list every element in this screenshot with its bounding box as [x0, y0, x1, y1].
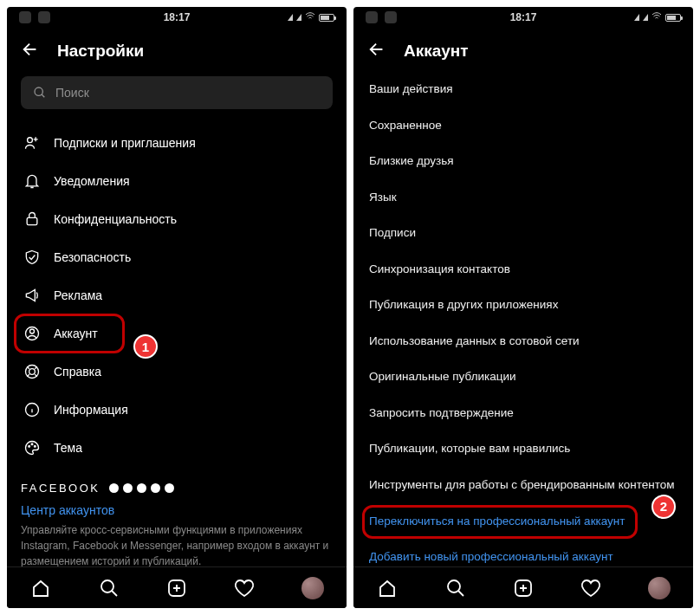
back-button[interactable]	[367, 40, 386, 62]
nav-home[interactable]	[29, 577, 52, 599]
nav-search[interactable]	[444, 577, 467, 599]
account-item-switch-professional[interactable]: Переключиться на профессиональный аккаун…	[367, 503, 679, 540]
account-menu: Ваши действия Сохраненное Близкие друзья…	[367, 71, 679, 566]
account-item-add-professional[interactable]: Добавить новый профессиональный аккаунт	[367, 539, 679, 566]
menu-label: Справка	[54, 365, 101, 379]
account-item-branded-content[interactable]: Инструменты для работы с брендированным …	[367, 467, 679, 503]
nav-home[interactable]	[376, 577, 399, 599]
item-label: Близкие друзья	[369, 154, 454, 167]
menu-notifications[interactable]: Уведомления	[21, 163, 333, 199]
viber-icon	[385, 11, 397, 23]
account-item-liked-posts[interactable]: Публикации, которые вам нравились	[367, 430, 679, 467]
header: Аккаунт	[353, 28, 693, 71]
svg-point-9	[31, 443, 33, 445]
svg-point-6	[29, 369, 36, 375]
account-screen: 18:17 Аккаунт Ваши действия Сохраненное …	[353, 7, 693, 608]
account-item-original-posts[interactable]: Оригинальные публикации	[367, 359, 679, 395]
menu-follow-invite[interactable]: Подписки и приглашения	[21, 125, 333, 161]
nav-activity[interactable]	[580, 577, 602, 599]
search-placeholder: Поиск	[55, 86, 89, 100]
info-icon	[23, 400, 42, 419]
svg-point-11	[101, 580, 113, 592]
menu-label: Реклама	[54, 288, 102, 302]
status-bar: 18:17	[353, 7, 693, 28]
item-label: Инструменты для работы с брендированным …	[369, 478, 675, 491]
accounts-center-description: Управляйте кросс-сервисными функциями в …	[21, 522, 333, 566]
signal-icon	[288, 14, 293, 21]
svg-point-8	[29, 446, 30, 448]
wifi-icon	[305, 11, 315, 24]
menu-label: Аккаунт	[54, 327, 98, 340]
lifebuoy-icon	[23, 362, 42, 381]
item-label: Сохраненное	[369, 119, 442, 132]
bottom-nav	[7, 566, 347, 608]
account-item-request-verification[interactable]: Запросить подтверждение	[367, 395, 679, 431]
lock-icon	[23, 210, 42, 229]
signal-icon	[296, 14, 301, 21]
account-item-cellular-data[interactable]: Использование данных в сотовой сети	[367, 323, 679, 359]
page-title: Аккаунт	[404, 42, 469, 61]
menu-about[interactable]: Информация	[21, 392, 333, 428]
item-label: Публикации, которые вам нравились	[369, 442, 570, 455]
item-label: Ваши действия	[369, 82, 453, 95]
item-label: Синхронизация контактов	[369, 262, 510, 275]
account-item-activity[interactable]: Ваши действия	[367, 71, 679, 107]
back-button[interactable]	[21, 40, 40, 62]
menu-security[interactable]: Безопасность	[21, 239, 333, 275]
menu-label: Подписки и приглашения	[54, 136, 196, 150]
shield-icon	[23, 248, 42, 267]
header: Настройки	[7, 28, 347, 71]
facebook-logo: FACEBOOK	[21, 482, 100, 495]
nav-activity[interactable]	[233, 577, 256, 599]
svg-point-1	[28, 138, 33, 143]
item-label: Переключиться на профессиональный аккаун…	[369, 515, 625, 528]
settings-menu: Подписки и приглашения Уведомления Конфи…	[21, 125, 333, 466]
menu-label: Уведомления	[54, 174, 130, 188]
menu-ads[interactable]: Реклама	[21, 277, 333, 314]
nav-profile[interactable]	[301, 577, 324, 599]
svg-point-4	[30, 329, 35, 333]
search-input[interactable]: Поиск	[21, 76, 333, 109]
facebook-app-icons	[109, 483, 174, 493]
item-label: Добавить новый профессиональный аккаунт	[369, 550, 613, 563]
person-circle-icon	[23, 324, 42, 343]
palette-icon	[23, 438, 42, 457]
signal-icon	[634, 14, 639, 21]
item-label: Оригинальные публикации	[369, 370, 516, 383]
nav-search[interactable]	[98, 577, 120, 599]
facebook-section: FACEBOOK Центр аккаунтов Управляйте крос…	[21, 482, 333, 566]
status-time: 18:17	[510, 11, 537, 23]
settings-screen: 18:17 Настройки Поиск Подписки и приглаш…	[7, 7, 347, 608]
viber-icon	[19, 11, 31, 23]
nav-create[interactable]	[165, 577, 188, 599]
nav-create[interactable]	[512, 577, 535, 599]
account-item-saved[interactable]: Сохраненное	[367, 107, 679, 144]
bottom-nav	[353, 566, 693, 608]
menu-label: Безопасность	[54, 250, 131, 264]
account-item-sharing[interactable]: Публикация в других приложениях	[367, 287, 679, 323]
account-item-language[interactable]: Язык	[367, 179, 679, 216]
accounts-center-link[interactable]: Центр аккаунтов	[21, 495, 333, 522]
menu-label: Тема	[54, 441, 82, 455]
viber-icon	[366, 11, 378, 23]
nav-profile[interactable]	[648, 577, 671, 599]
svg-point-13	[448, 580, 460, 592]
account-item-contacts-sync[interactable]: Синхронизация контактов	[367, 251, 679, 288]
item-label: Публикация в других приложениях	[369, 298, 558, 311]
status-time: 18:17	[164, 11, 191, 23]
menu-label: Конфиденциальность	[54, 212, 177, 226]
account-item-captions[interactable]: Подписи	[367, 215, 679, 251]
menu-account[interactable]: Аккаунт 1	[21, 315, 333, 352]
menu-label: Информация	[54, 403, 128, 417]
svg-point-10	[35, 446, 36, 448]
menu-privacy[interactable]: Конфиденциальность	[21, 201, 333, 237]
person-plus-icon	[23, 133, 42, 152]
item-label: Язык	[369, 191, 397, 204]
item-label: Подписи	[369, 226, 416, 239]
account-item-close-friends[interactable]: Близкие друзья	[367, 143, 679, 179]
menu-theme[interactable]: Тема	[21, 430, 333, 466]
battery-icon	[319, 14, 334, 22]
menu-help[interactable]: Справка	[21, 353, 333, 390]
signal-icon	[643, 14, 648, 21]
viber-icon	[38, 11, 50, 23]
